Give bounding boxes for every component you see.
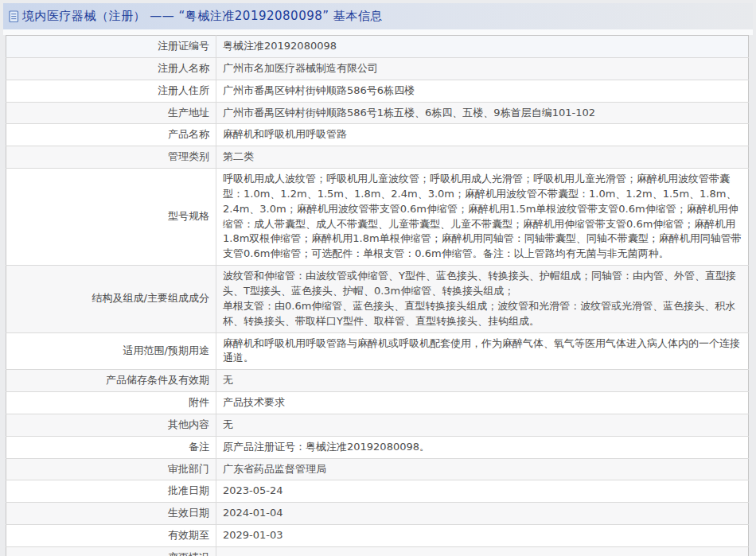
row-value-cell: 2029-01-03 [216, 525, 749, 547]
row-label-cell: 有效期至 [6, 525, 216, 547]
header-table-gap [3, 29, 753, 35]
row-label: 注册人住所 [158, 84, 209, 96]
table-row: 生效日期 2024-01-04 [6, 503, 749, 525]
table-row: 产品名称 麻醉机和呼吸机用呼吸管路 [6, 124, 749, 146]
row-label: 注册证编号 [158, 40, 209, 52]
page-header: 境内医疗器械（注册） —— “粤械注准20192080098” 基本信息 [3, 3, 753, 29]
row-value-cell: 原产品注册证号：粤械注准20192080098。 [216, 436, 749, 458]
table-row: 有效期至 2029-01-03 [6, 525, 749, 547]
row-label-cell: 审批部门 [6, 458, 216, 480]
row-value-cell: 广州市名加医疗器械制造有限公司 [216, 57, 749, 80]
row-label: 产品名称 [168, 128, 209, 140]
row-label-cell: 管理类别 [6, 146, 216, 169]
document-icon [9, 10, 19, 23]
table-row: 注册证编号 粤械注准20192080098 [6, 36, 749, 58]
row-label: 型号规格 [168, 210, 209, 222]
row-label-cell: 注册证编号 [6, 36, 216, 58]
row-value-cell [216, 546, 749, 556]
row-label-cell: 附件 [6, 392, 216, 414]
row-value-cell: 麻醉机和呼吸机用呼吸管路 [216, 124, 749, 146]
row-label: 管理类别 [168, 150, 209, 162]
row-value-cell: 广东省药品监督管理局 [216, 458, 749, 480]
row-value-cell: 2023-05-24 [216, 480, 749, 503]
row-value-cell: 麻醉机和呼吸机用呼吸管路与麻醉机或呼吸机配套使用，作为麻醉气体、氧气等医用气体进… [216, 332, 749, 370]
table-row: 其他内容 无 [6, 414, 749, 436]
row-label-cell: 其他内容 [6, 414, 216, 436]
row-label-cell: 生产地址 [6, 102, 216, 124]
row-label: 其他内容 [168, 418, 209, 430]
row-value-cell: 第二类 [216, 146, 749, 169]
row-label: 备注 [189, 441, 209, 453]
table-row: 备注 原产品注册证号：粤械注准20192080098。 [6, 436, 749, 458]
table-row: 生产地址 广州市番禺区钟村街钟顺路586号1栋五楼、6栋四、五楼、9栋首层自编1… [6, 102, 749, 124]
row-value-cell: 广州市番禺区钟村街钟顺路586号6栋四楼 [216, 80, 749, 102]
row-value-cell: 广州市番禺区钟村街钟顺路586号1栋五楼、6栋四、五楼、9栋首层自编101-10… [216, 102, 749, 124]
page-title: 境内医疗器械（注册） —— “粤械注准20192080098” 基本信息 [22, 9, 383, 24]
row-value-cell: 波纹管和伸缩管：由波纹管或伸缩管、Y型件、蓝色接头、转换接头、护帽组成；同轴管：… [216, 266, 749, 332]
row-label: 附件 [189, 396, 209, 408]
row-label: 批准日期 [168, 484, 209, 496]
row-label-cell: 结构及组成/主要组成成分 [6, 266, 216, 332]
row-value-cell: 无 [216, 414, 749, 436]
row-label-cell: 生效日期 [6, 503, 216, 525]
row-value-cell: 呼吸机用成人波纹管；呼吸机用儿童波纹管；呼吸机用成人光滑管；呼吸机用儿童光滑管；… [216, 169, 749, 266]
info-table-body: 注册证编号 粤械注准20192080098 注册人名称 广州市名加医疗器械制造有… [6, 36, 749, 556]
table-row: 结构及组成/主要组成成分 波纹管和伸缩管：由波纹管或伸缩管、Y型件、蓝色接头、转… [6, 266, 749, 332]
row-label-cell: 产品名称 [6, 124, 216, 146]
table-row: 管理类别 第二类 [6, 146, 749, 169]
row-label-cell: 产品储存条件及有效期 [6, 370, 216, 392]
row-label: 生产地址 [168, 107, 209, 119]
table-row: 注册人住所 广州市番禺区钟村街钟顺路586号6栋四楼 [6, 80, 749, 102]
table-row: 批准日期 2023-05-24 [6, 480, 749, 503]
row-label-cell: 注册人名称 [6, 57, 216, 80]
table-row: 附件 产品技术要求 [6, 392, 749, 414]
row-label-cell: 注册人住所 [6, 80, 216, 102]
row-label-cell: 型号规格 [6, 169, 216, 266]
row-label-cell: 适用范围/预期用途 [6, 332, 216, 370]
row-label-cell: 变更情况 [6, 546, 216, 556]
table-row: 型号规格 呼吸机用成人波纹管；呼吸机用儿童波纹管；呼吸机用成人光滑管；呼吸机用儿… [6, 169, 749, 266]
table-row: 注册人名称 广州市名加医疗器械制造有限公司 [6, 57, 749, 80]
row-label: 产品储存条件及有效期 [106, 374, 209, 386]
table-row: 产品储存条件及有效期 无 [6, 370, 749, 392]
page: 境内医疗器械（注册） —— “粤械注准20192080098” 基本信息 注册证… [0, 0, 756, 556]
registration-info-table: 注册证编号 粤械注准20192080098 注册人名称 广州市名加医疗器械制造有… [6, 35, 749, 556]
row-label: 审批部门 [168, 463, 209, 475]
row-value-cell: 粤械注准20192080098 [216, 36, 749, 58]
row-label-cell: 批准日期 [6, 480, 216, 503]
row-value-cell: 产品技术要求 [216, 392, 749, 414]
row-value-cell: 2024-01-04 [216, 503, 749, 525]
table-row: 变更情况 [6, 546, 749, 556]
row-label: 变更情况 [168, 551, 209, 556]
row-label: 适用范围/预期用途 [123, 344, 209, 356]
row-label-cell: 备注 [6, 436, 216, 458]
table-row: 适用范围/预期用途 麻醉机和呼吸机用呼吸管路与麻醉机或呼吸机配套使用，作为麻醉气… [6, 332, 749, 370]
row-label: 注册人名称 [158, 62, 209, 74]
row-label: 结构及组成/主要组成成分 [92, 292, 209, 304]
row-label: 有效期至 [168, 529, 209, 541]
row-value-cell: 无 [216, 370, 749, 392]
row-label: 生效日期 [168, 507, 209, 519]
table-row: 审批部门 广东省药品监督管理局 [6, 458, 749, 480]
